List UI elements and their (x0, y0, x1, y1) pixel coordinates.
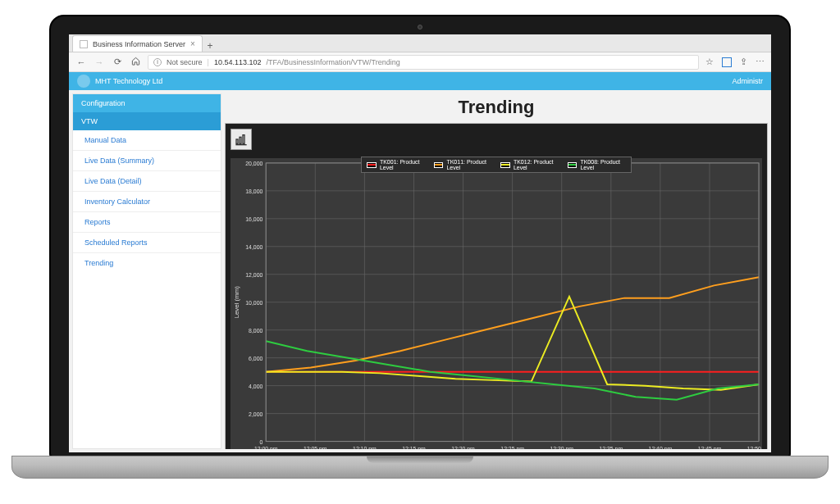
laptop-frame: Business Information Server × + ← → ⟳ i … (49, 15, 791, 457)
sidebar-item-scheduled-reports[interactable]: Scheduled Reports (73, 233, 221, 253)
browser-addressbar: ← → ⟳ i Not secure | 10.54.113.102/TFA/B… (69, 52, 771, 72)
sidebar-item-live-summary[interactable]: Live Data (Summary) (73, 151, 221, 171)
svg-text:10,000: 10,000 (245, 300, 262, 306)
url-path: /TFA/BusinessInformation/VTW/Trending (266, 58, 399, 66)
brand-logo-icon (77, 75, 90, 88)
svg-text:12:35 pm: 12:35 pm (600, 446, 623, 449)
tab-title: Business Information Server (93, 40, 185, 48)
user-menu[interactable]: Administr (732, 77, 763, 85)
favicon-icon (80, 40, 88, 48)
page-title: Trending (225, 93, 768, 123)
chart-area[interactable]: 02,0004,0006,0008,00010,00012,00014,0001… (231, 158, 762, 449)
chart-legend: TK001: Product Level TK011: Product Leve… (361, 157, 632, 173)
legend-item-tk008[interactable]: TK008: Product Level (568, 159, 627, 170)
legend-label: TK008: Product Level (580, 159, 626, 170)
laptop-notch (367, 456, 473, 463)
svg-text:12:00 pm: 12:00 pm (254, 446, 278, 449)
sidebar: Configuration VTW Manual Data Live Data … (72, 93, 221, 449)
svg-text:12:20 pm: 12:20 pm (451, 446, 475, 449)
not-secure-label: Not secure (167, 58, 203, 66)
svg-text:12:50 pm: 12:50 pm (747, 446, 762, 449)
sidebar-item-inventory-calculator[interactable]: Inventory Calculator (73, 192, 221, 212)
sidebar-heading-vtw[interactable]: VTW (73, 112, 221, 130)
svg-text:20,000: 20,000 (245, 161, 262, 166)
new-tab-button[interactable]: + (203, 40, 217, 52)
browser-tabbar: Business Information Server × + (69, 34, 771, 52)
legend-item-tk011[interactable]: TK011: Product Level (434, 159, 493, 170)
chart-settings-button[interactable] (231, 129, 252, 150)
nav-home-button[interactable] (130, 57, 141, 67)
url-field[interactable]: i Not secure | 10.54.113.102/TFA/Busines… (148, 55, 699, 70)
svg-text:12:40 pm: 12:40 pm (649, 446, 673, 449)
svg-rect-2 (243, 135, 244, 144)
svg-text:12:10 pm: 12:10 pm (353, 446, 377, 449)
sidebar-item-reports[interactable]: Reports (73, 212, 221, 233)
url-host: 10.54.113.102 (214, 58, 262, 66)
svg-rect-0 (236, 139, 238, 143)
legend-label: TK012: Product Level (514, 159, 559, 170)
nav-forward-button[interactable]: → (94, 57, 105, 67)
svg-text:12:05 pm: 12:05 pm (304, 446, 327, 449)
share-icon[interactable]: ⇪ (740, 57, 747, 67)
tab-close-icon[interactable]: × (190, 39, 195, 48)
legend-swatch-icon (500, 162, 510, 168)
sidebar-heading-configuration[interactable]: Configuration (73, 94, 221, 112)
toolbar-right: ☆ ⇪ ⋯ (705, 57, 765, 67)
app-header: MHT Technology Ltd Administr (69, 72, 771, 90)
svg-text:0: 0 (259, 439, 262, 445)
brand[interactable]: MHT Technology Ltd (77, 75, 162, 88)
chart-svg: 02,0004,0006,0008,00010,00012,00014,0001… (231, 158, 762, 449)
svg-text:Level (mm): Level (mm) (233, 286, 240, 319)
svg-text:2,000: 2,000 (249, 411, 262, 417)
main: Trending TK001: Product Level (225, 93, 768, 449)
svg-text:12:45 pm: 12:45 pm (698, 446, 722, 449)
svg-text:8,000: 8,000 (249, 328, 262, 334)
svg-text:6,000: 6,000 (249, 356, 262, 361)
svg-text:16,000: 16,000 (245, 216, 262, 222)
menu-icon[interactable]: ⋯ (756, 57, 765, 67)
site-info-icon[interactable]: i (153, 58, 162, 66)
screen: Business Information Server × + ← → ⟳ i … (69, 34, 771, 452)
nav-reload-button[interactable]: ⟳ (112, 57, 123, 67)
legend-label: TK011: Product Level (446, 159, 492, 170)
legend-item-tk012[interactable]: TK012: Product Level (500, 159, 559, 170)
sidebar-item-manual-data[interactable]: Manual Data (73, 130, 221, 151)
app-body: Configuration VTW Manual Data Live Data … (69, 90, 771, 452)
svg-text:18,000: 18,000 (245, 188, 262, 194)
svg-text:12:30 pm: 12:30 pm (550, 446, 573, 449)
nav-back-button[interactable]: ← (75, 57, 87, 67)
svg-text:4,000: 4,000 (249, 384, 262, 389)
laptop-camera (418, 25, 422, 30)
legend-swatch-icon (568, 162, 578, 168)
svg-text:12,000: 12,000 (245, 272, 262, 278)
legend-item-tk001[interactable]: TK001: Product Level (367, 159, 426, 170)
svg-rect-1 (240, 137, 241, 143)
reading-list-icon[interactable] (722, 57, 732, 67)
browser-tab[interactable]: Business Information Server × (72, 35, 203, 52)
brand-name: MHT Technology Ltd (95, 77, 162, 85)
legend-swatch-icon (434, 162, 444, 168)
laptop-base (11, 456, 829, 479)
sidebar-item-trending[interactable]: Trending (73, 253, 221, 273)
favorite-icon[interactable]: ☆ (705, 57, 714, 67)
svg-text:14,000: 14,000 (245, 244, 262, 250)
svg-text:12:15 pm: 12:15 pm (402, 446, 426, 449)
legend-swatch-icon (367, 162, 377, 168)
chart-frame: TK001: Product Level TK011: Product Leve… (225, 123, 768, 449)
sidebar-item-live-detail[interactable]: Live Data (Detail) (73, 171, 221, 192)
legend-label: TK001: Product Level (380, 159, 426, 170)
svg-text:12:25 pm: 12:25 pm (500, 446, 524, 449)
